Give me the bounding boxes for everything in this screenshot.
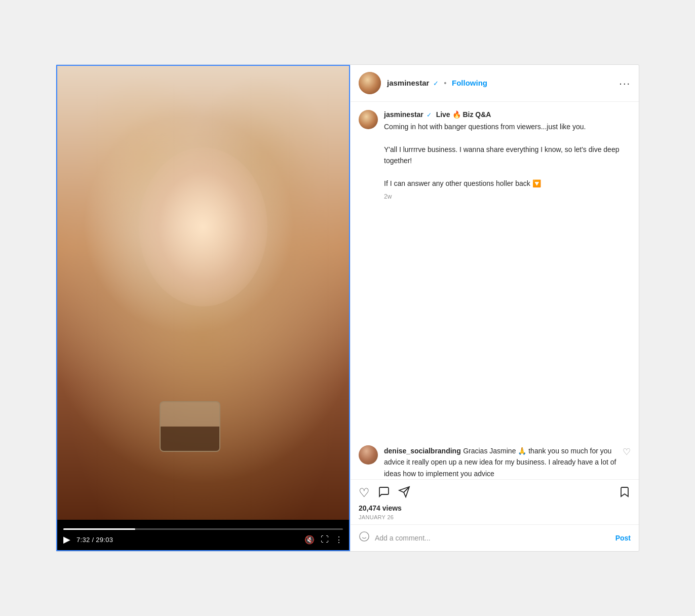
play-button[interactable]: ▶: [63, 534, 70, 545]
svg-point-2: [360, 532, 369, 541]
fullscreen-icon[interactable]: ⛶: [321, 535, 329, 544]
video-panel: ▶ 7:32 / 29:03 🔇 ⛶ ⋮: [56, 65, 350, 551]
verified-badge-header: ✓: [433, 80, 439, 87]
emoji-picker-button[interactable]: [359, 531, 370, 545]
post-date: January 26: [359, 514, 631, 520]
caption-line3: If I can answer any other questions holl…: [384, 178, 631, 189]
header-user-info: jasminestar ✓ • Following: [387, 79, 487, 88]
controls-row: ▶ 7:32 / 29:03 🔇 ⛶ ⋮: [63, 534, 343, 545]
dot-separator: •: [444, 79, 446, 87]
post-header: jasminestar ✓ • Following ···: [351, 65, 639, 102]
following-button[interactable]: Following: [452, 79, 487, 87]
caption-username[interactable]: jasminestar: [384, 110, 423, 119]
caption-avatar[interactable]: [359, 110, 378, 129]
views-count: 20,474 views: [359, 504, 631, 512]
header-username[interactable]: jasminestar: [387, 79, 429, 87]
current-time: 7:32: [76, 536, 90, 544]
post-timestamp: 2w: [384, 193, 631, 200]
mug-liquid: [161, 427, 219, 451]
caption-text: Coming in hot with banger questions from…: [384, 121, 631, 189]
face-highlight: [139, 147, 267, 306]
post-comment-button[interactable]: Post: [615, 534, 631, 542]
comment-input[interactable]: [375, 534, 610, 542]
share-button[interactable]: [398, 486, 410, 500]
progress-bar[interactable]: [63, 528, 343, 530]
video-thumbnail: [57, 66, 349, 520]
caption-area: jasminestar ✓ Live 🔥 Biz Q&A Coming in h…: [351, 102, 639, 437]
more-options-button[interactable]: ···: [619, 78, 631, 89]
comment-button[interactable]: [378, 486, 390, 500]
caption-line1: Coming in hot with banger questions from…: [384, 121, 631, 132]
mug-area: [160, 401, 220, 452]
avatar[interactable]: [359, 72, 381, 94]
add-comment-bar: Post: [351, 524, 639, 551]
comment-like-button[interactable]: ♡: [623, 445, 631, 457]
comment-avatar[interactable]: [359, 445, 378, 465]
progress-bar-fill: [63, 528, 135, 530]
actions-bar: ♡ 20,474 views: [351, 479, 639, 524]
post-container: ▶ 7:32 / 29:03 🔇 ⛶ ⋮ jasminestar ✓: [56, 64, 639, 552]
comment-username[interactable]: denise_socialbranding: [384, 447, 461, 455]
live-badge: Live 🔥 Biz Q&A: [434, 110, 491, 119]
total-time: 29:03: [96, 536, 113, 544]
like-button[interactable]: ♡: [359, 487, 370, 499]
time-display: 7:32 / 29:03: [76, 536, 113, 544]
video-controls: ▶ 7:32 / 29:03 🔇 ⛶ ⋮: [57, 520, 349, 550]
info-panel: jasminestar ✓ • Following ··· jasminesta…: [350, 65, 639, 551]
verified-badge-caption: ✓: [427, 111, 432, 119]
comment-section: denise_socialbranding Gracias Jasmine 🙏 …: [351, 437, 639, 479]
caption-content: jasminestar ✓ Live 🔥 Biz Q&A Coming in h…: [384, 110, 631, 437]
action-icons: ♡: [359, 486, 631, 500]
avatar-image: [359, 72, 381, 94]
mute-icon[interactable]: 🔇: [304, 535, 315, 545]
caption-line2: Y'all I lurrrrve business. I wanna share…: [384, 144, 631, 167]
comment-content: denise_socialbranding Gracias Jasmine 🙏 …: [384, 445, 616, 479]
bookmark-button[interactable]: [619, 486, 631, 500]
more-video-options-icon[interactable]: ⋮: [335, 535, 343, 545]
